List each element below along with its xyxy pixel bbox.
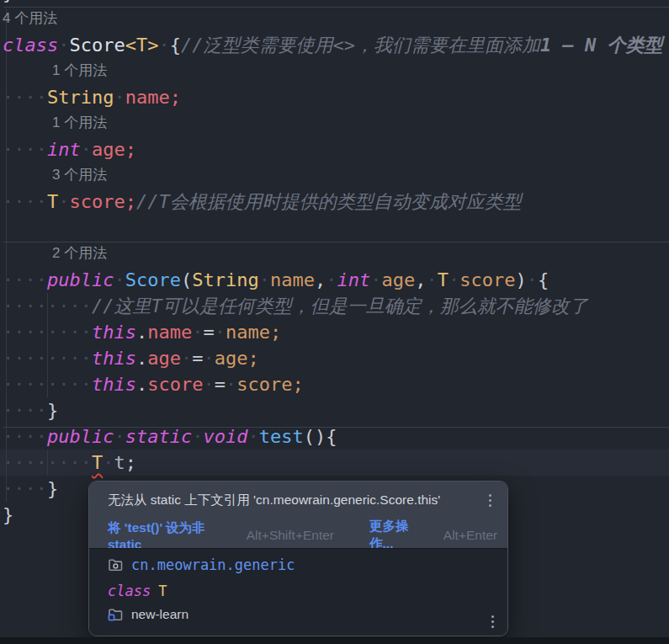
intention-popup: 无法从 static 上下文引用 'cn.meowrain.generic.Sc… — [88, 481, 508, 636]
whitespace-dots: ···· — [3, 400, 47, 421]
code-line[interactable]: } — [3, 0, 13, 6]
code-token: } — [3, 504, 13, 525]
code-token: score — [459, 269, 515, 290]
code-token: Score — [69, 35, 125, 56]
class-keyword: class — [108, 583, 151, 599]
more-actions-shortcut: Alt+Enter — [443, 528, 497, 543]
whitespace-dots: · — [527, 269, 538, 290]
code-token: //T会根据使用时提供的类型自动变成对应类型 — [136, 191, 522, 212]
whitespace-dots: ···· — [3, 139, 47, 160]
code-token: = — [215, 374, 226, 395]
code-line[interactable]: ····String·name; — [3, 84, 181, 110]
whitespace-dots: · — [259, 269, 270, 290]
code-line[interactable]: } — [3, 502, 13, 528]
whitespace-dots: ···· — [3, 478, 47, 499]
whitespace-dots: ···· — [3, 87, 47, 108]
inlay-usage-hint[interactable]: 2 个用法 — [52, 241, 107, 267]
whitespace-dots: · — [449, 269, 459, 290]
code-line[interactable]: ····public·static·void·test(){ — [3, 423, 337, 450]
code-token: static — [125, 426, 192, 447]
whitespace-dots: · — [326, 269, 337, 290]
whitespace-dots: · — [81, 139, 92, 160]
code-token: //泛型类需要使用<>，我们需要在里面添加 — [181, 35, 540, 56]
code-token: score — [147, 374, 203, 395]
whitespace-dots: ········ — [3, 322, 92, 343]
code-token: age — [147, 348, 181, 369]
inlay-usage-hint[interactable]: 3 个用法 — [52, 162, 107, 189]
code-token: this — [92, 348, 136, 369]
error-message: 无法从 static 上下文引用 'cn.meowrain.generic.Sc… — [108, 492, 482, 508]
code-token: 1 – N 个类型 — [540, 35, 662, 56]
whitespace-dots: · — [192, 426, 203, 447]
code-token: . — [136, 348, 147, 369]
module-icon — [108, 607, 124, 622]
code-line[interactable]: ····} — [3, 476, 58, 502]
code-line[interactable]: ········this.score·=·score; — [3, 371, 304, 397]
method-separator — [3, 7, 669, 8]
whitespace-dots: · — [247, 426, 258, 447]
code-token: } — [3, 0, 13, 3]
whitespace-dots: ········ — [3, 348, 92, 369]
kebab-menu-icon[interactable] — [485, 613, 500, 630]
code-line[interactable]: ····} — [3, 397, 58, 423]
code-token: int — [47, 139, 81, 160]
whitespace-dots: · — [158, 35, 169, 56]
quick-doc-panel: cn.meowrain.generic class T new-learn — [89, 548, 507, 636]
code-token: public — [47, 426, 114, 447]
whitespace-dots: · — [215, 322, 226, 343]
code-token: T — [47, 191, 58, 212]
error-tooltip: 无法从 static 上下文引用 'cn.meowrain.generic.Sc… — [89, 482, 507, 548]
class-name: T — [158, 583, 167, 599]
whitespace-dots: · — [203, 348, 214, 369]
code-token: name — [270, 269, 315, 290]
bottom-panel-edge — [0, 637, 669, 644]
code-line[interactable]: ····public·Score(String·name,·int·age,·T… — [3, 267, 549, 293]
whitespace-dots: · — [114, 426, 125, 447]
code-line[interactable]: ········T·t; — [3, 450, 136, 476]
code-line[interactable]: ····T·score;//T会根据使用时提供的类型自动变成对应类型 — [3, 189, 522, 215]
whitespace-dots: · — [114, 269, 125, 290]
inlay-usage-hint[interactable]: 1 个用法 — [52, 58, 107, 84]
code-line[interactable]: ········//这里T可以是任何类型，但是一旦确定，那么就不能修改了 — [3, 293, 588, 319]
code-token: { — [170, 35, 181, 56]
code-token: } — [47, 400, 58, 421]
code-token: this — [92, 322, 136, 343]
code-line[interactable]: class·Score<T>·{//泛型类需要使用<>，我们需要在里面添加1 –… — [3, 32, 662, 58]
code-token: ) — [515, 269, 526, 290]
package-link[interactable]: cn.meowrain.generic — [131, 556, 295, 573]
whitespace-dots: ···· — [3, 191, 47, 212]
code-token: age; — [92, 139, 136, 160]
code-token: public — [47, 269, 114, 290]
code-token: . — [136, 374, 147, 395]
quickfix-action-link[interactable]: 将 'test()' 设为非static — [108, 519, 232, 552]
package-icon — [108, 557, 124, 572]
whitespace-dots: ········ — [3, 452, 92, 473]
whitespace-dots: · — [370, 269, 381, 290]
code-line[interactable]: ········this.name·=·name; — [3, 319, 281, 345]
whitespace-dots: · — [192, 322, 203, 343]
ide-editor-view: }4 个用法class·Score<T>·{//泛型类需要使用<>，我们需要在里… — [0, 0, 669, 644]
code-token: Score — [125, 269, 181, 290]
code-line[interactable]: ········this.age·=·age; — [3, 345, 259, 371]
kebab-menu-icon[interactable] — [482, 492, 497, 508]
code-token: <T> — [125, 35, 159, 56]
code-token: (){ — [304, 426, 337, 447]
code-token: age — [381, 269, 415, 290]
quickfix-shortcut: Alt+Shift+Enter — [247, 528, 334, 543]
code-token: } — [47, 478, 58, 499]
code-line[interactable]: ····int·age; — [3, 136, 136, 162]
code-token: , — [415, 269, 426, 290]
inlay-usage-hint[interactable]: 1 个用法 — [52, 110, 107, 136]
whitespace-dots: · — [426, 269, 437, 290]
code-token: test — [259, 426, 304, 447]
code-token: name; — [226, 322, 281, 343]
code-token: String — [192, 269, 258, 290]
code-token: score; — [236, 374, 303, 395]
code-token: int — [337, 269, 370, 290]
whitespace-dots: · — [58, 35, 69, 56]
code-token: //这里T可以是任何类型，但是一旦确定，那么就不能修改了 — [92, 295, 588, 317]
inlay-usage-hint[interactable]: 4 个用法 — [3, 6, 57, 32]
code-token: name — [147, 322, 192, 343]
code-token: this — [92, 374, 136, 395]
code-token: = — [203, 322, 214, 343]
